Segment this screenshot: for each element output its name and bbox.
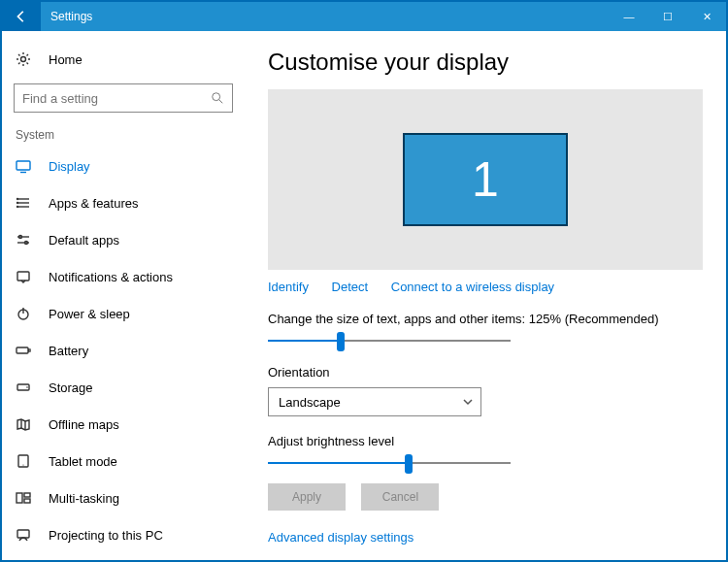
svg-point-1 [213,93,220,101]
page-title: Customise your display [268,49,703,76]
detect-link[interactable]: Detect [332,280,369,294]
search-icon [211,91,224,105]
svg-rect-15 [17,272,29,281]
svg-rect-19 [29,349,31,351]
projecting-icon [16,527,31,543]
svg-rect-18 [17,347,28,353]
list-icon [16,195,31,211]
apply-button[interactable]: Apply [268,483,346,511]
orientation-value: Landscape [279,395,341,410]
brightness-label: Adjust brightness level [268,434,703,448]
monitor-icon [16,158,31,174]
sidebar-item-label: Storage [49,380,93,395]
sidebar-section-label: System [2,122,245,148]
scale-slider[interactable] [268,334,511,347]
window-title: Settings [50,10,92,23]
identify-link[interactable]: Identify [268,280,309,294]
titlebar: Settings — ☐ ✕ [2,2,726,31]
orientation-label: Orientation [268,365,703,380]
sidebar-item-storage[interactable]: Storage [2,369,245,406]
sidebar-item-battery[interactable]: Battery [2,332,245,369]
sidebar-item-label: Power & sleep [49,307,130,321]
svg-point-25 [22,464,23,465]
monitor-number: 1 [472,151,499,208]
storage-icon [16,380,31,395]
close-button[interactable]: ✕ [687,2,726,31]
battery-icon [16,343,31,358]
sidebar: Home System Display Apps & features Defa… [2,31,245,560]
chevron-down-icon [463,397,473,407]
sidebar-item-label: Apps & features [49,196,139,211]
cancel-button[interactable]: Cancel [361,483,439,511]
sidebar-item-multitasking[interactable]: Multi-tasking [2,479,245,516]
monitor-tile[interactable]: 1 [403,133,568,226]
notification-icon [16,269,31,284]
gear-icon [16,51,31,67]
orientation-select[interactable]: Landscape [268,387,481,416]
tablet-icon [16,453,31,469]
sidebar-item-display[interactable]: Display [2,148,245,184]
svg-rect-27 [24,493,30,497]
wireless-display-link[interactable]: Connect to a wireless display [391,280,554,294]
sidebar-item-label: Tablet mode [49,454,117,469]
sidebar-item-label: Projecting to this PC [49,528,163,543]
defaults-icon [16,232,31,248]
slider-thumb[interactable] [337,332,345,351]
display-action-links: Identify Detect Connect to a wireless di… [268,280,703,294]
svg-line-2 [219,100,223,104]
svg-rect-3 [17,161,30,170]
search-field[interactable] [22,91,211,106]
sidebar-item-label: Notifications & actions [49,270,173,284]
sidebar-item-offline-maps[interactable]: Offline maps [2,406,245,443]
sidebar-item-label: Battery [49,344,88,358]
minimize-button[interactable]: — [610,2,648,31]
svg-rect-29 [17,530,29,538]
search-input[interactable] [14,83,233,113]
maximize-button[interactable]: ☐ [648,2,687,31]
sidebar-home-label: Home [49,52,83,67]
power-icon [16,306,31,321]
sidebar-item-notifications[interactable]: Notifications & actions [2,258,245,295]
slider-thumb[interactable] [405,454,413,474]
display-preview: 1 [268,89,703,270]
sidebar-item-label: Offline maps [49,417,119,432]
sidebar-home[interactable]: Home [2,41,245,78]
svg-point-0 [21,57,26,62]
svg-point-10 [17,207,18,208]
sidebar-item-default-apps[interactable]: Default apps [2,221,245,258]
sidebar-item-apps-features[interactable]: Apps & features [2,184,245,221]
svg-point-9 [17,203,18,204]
advanced-display-link[interactable]: Advanced display settings [268,530,414,545]
sidebar-item-label: Multi-tasking [49,491,119,506]
content-pane: Customise your display 1 Identify Detect… [245,31,726,560]
sidebar-item-power-sleep[interactable]: Power & sleep [2,295,245,332]
back-button[interactable] [2,2,41,31]
scale-label: Change the size of text, apps and other … [268,312,703,326]
sidebar-item-projecting[interactable]: Projecting to this PC [2,516,245,553]
sidebar-item-label: Display [49,159,90,174]
svg-rect-28 [24,499,30,503]
multitask-icon [16,490,31,506]
svg-point-8 [17,199,18,200]
map-icon [16,416,31,432]
brightness-slider[interactable] [268,456,511,470]
sidebar-item-tablet-mode[interactable]: Tablet mode [2,443,245,479]
sidebar-item-label: Default apps [49,233,119,248]
svg-rect-26 [17,493,22,503]
svg-point-21 [26,386,28,388]
